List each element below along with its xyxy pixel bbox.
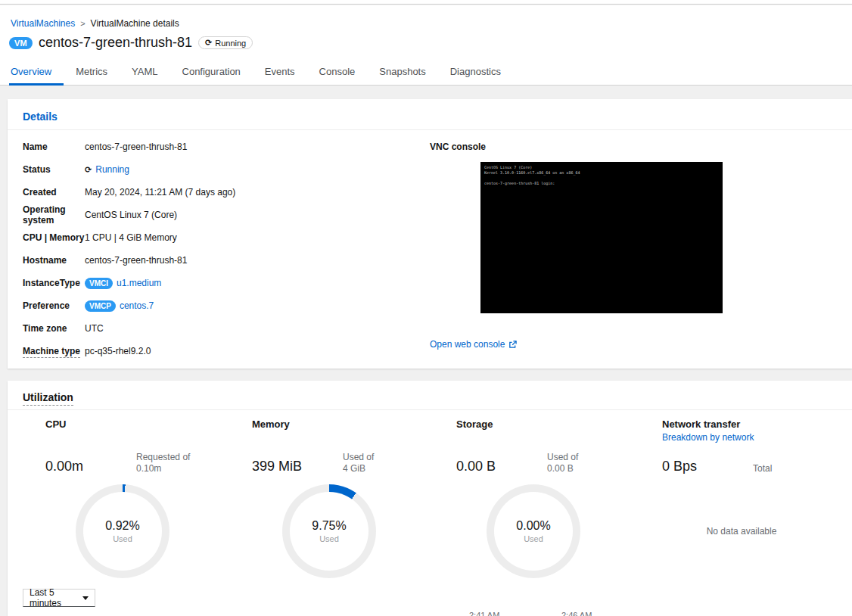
cpu-metric-title: CPU [45, 418, 244, 430]
external-link-icon [508, 341, 517, 349]
storage-utilization: Storage 0.00 B Used of0.00 B 0.00% Used [456, 418, 655, 430]
cpu-sub-values: Requested of0.10m [136, 452, 190, 474]
instancetype-link[interactable]: u1.medium [117, 278, 161, 288]
preference-link[interactable]: centos.7 [120, 300, 154, 311]
vnc-console-label: VNC console [430, 142, 486, 152]
network-utilization: Network transfer Breakdown by network 0 … [662, 418, 852, 443]
divider [8, 409, 852, 410]
cpu-percent-label: 0.92% [105, 519, 139, 533]
status-pill-label: Running [215, 39, 246, 48]
detail-value: centos-7-green-thrush-81 [85, 255, 348, 266]
duration-select[interactable]: Last 5 minutes [23, 589, 95, 607]
storage-donut-chart: 0.00% Used [487, 484, 580, 578]
detail-label: Name [23, 142, 85, 152]
title-row: VM centos-7-green-thrush-81 ⟳ Running [9, 35, 253, 51]
duration-select-value: Last 5 minutes [30, 587, 82, 608]
tab-diagnostics[interactable]: Diagnostics [438, 58, 513, 85]
open-web-console-link[interactable]: Open web console [430, 339, 517, 350]
details-list: Name centos-7-green-thrush-81 Status ⟳ R… [23, 135, 348, 362]
tab-configuration[interactable]: Configuration [170, 58, 253, 85]
memory-percent-label: 9.75% [312, 519, 346, 533]
detail-label: Preference [23, 300, 85, 311]
masthead-edge [0, 0, 852, 5]
tab-metrics[interactable]: Metrics [64, 58, 120, 85]
detail-label: Operating system [23, 204, 85, 226]
detail-row-machine-type: Machine type pc-q35-rhel9.2.0 [23, 340, 348, 362]
memory-metric-title: Memory [252, 418, 450, 430]
console-text-line: Kernel 3.10.0-1160.el7.x86_64 on an x86_… [484, 170, 719, 176]
breakdown-by-network-link[interactable]: Breakdown by network [662, 432, 754, 443]
console-text-line: CentOS Linux 7 (Core) [484, 165, 719, 170]
memory-sub-values: Used of4 GiB [343, 452, 374, 474]
breadcrumb-current: VirtualMachine details [91, 18, 179, 29]
console-text-line [484, 176, 719, 181]
detail-row-preference: Preference VMCP centos.7 [23, 294, 348, 317]
breadcrumb-separator: > [80, 19, 85, 28]
detail-value: May 20, 2024, 11:21 AM (7 days ago) [85, 187, 348, 198]
cpu-donut-chart: 0.92% Used [76, 484, 169, 578]
network-total-label: Total [753, 463, 772, 474]
tab-overview[interactable]: Overview [9, 58, 64, 85]
status-running-link[interactable]: Running [95, 164, 129, 175]
detail-row-timezone: Time zone UTC [23, 317, 348, 340]
detail-label: Status [23, 164, 85, 175]
storage-used-label: Used [524, 534, 543, 543]
utilization-title[interactable]: Utilization [23, 391, 73, 406]
memory-utilization: Memory 399 MiB Used of4 GiB 9.75% Used [252, 418, 450, 430]
detail-row-name: Name centos-7-green-thrush-81 [23, 135, 348, 158]
cpu-used-label: Used [113, 534, 132, 543]
utilization-card: Utilization CPU 0.00m Requested of0.10m … [8, 381, 852, 616]
detail-label: Created [23, 187, 85, 198]
detail-row-created: Created May 20, 2024, 11:21 AM (7 days a… [23, 181, 348, 204]
detail-label: CPU | Memory [23, 232, 85, 243]
sync-icon: ⟳ [205, 38, 212, 48]
time-axis-tick: 2:46 AM [561, 611, 592, 616]
breadcrumb: VirtualMachines > VirtualMachine details [11, 18, 179, 29]
tab-yaml[interactable]: YAML [120, 58, 169, 85]
memory-used-label: Used [319, 534, 339, 543]
status-pill[interactable]: ⟳ Running [198, 36, 253, 49]
tab-console[interactable]: Console [307, 58, 368, 85]
breadcrumb-virtualmachines-link[interactable]: VirtualMachines [11, 18, 75, 29]
storage-metric-title: Storage [456, 418, 655, 430]
details-card: Details Name centos-7-green-thrush-81 St… [8, 99, 852, 369]
time-axis-tick: 2:41 AM [469, 611, 499, 616]
cpu-utilization: CPU 0.00m Requested of0.10m 0.92% Used [45, 418, 244, 430]
tab-bar: Overview Metrics YAML Configuration Even… [0, 58, 852, 86]
preference-badge: VMCP [85, 300, 116, 312]
storage-current-value: 0.00 B [456, 459, 496, 474]
detail-label: Hostname [23, 255, 85, 266]
detail-row-os: Operating system CentOS Linux 7 (Core) [23, 204, 348, 226]
storage-percent-label: 0.00% [516, 519, 550, 533]
detail-row-cpu-memory: CPU | Memory 1 CPU | 4 GiB Memory [23, 226, 348, 249]
console-text-line: centos-7-green-thrush-81 login: [484, 181, 719, 186]
storage-sub-values: Used of0.00 B [547, 452, 578, 474]
details-card-title[interactable]: Details [23, 110, 58, 123]
page-title: centos-7-green-thrush-81 [39, 35, 192, 51]
network-metric-title: Network transfer [662, 418, 852, 430]
vnc-console-thumbnail[interactable]: CentOS Linux 7 (Core) Kernel 3.10.0-1160… [480, 162, 723, 313]
network-current-value: 0 Bps [662, 459, 697, 474]
detail-value: pc-q35-rhel9.2.0 [85, 346, 348, 356]
tab-events[interactable]: Events [253, 58, 307, 85]
detail-row-status: Status ⟳ Running [23, 158, 348, 181]
detail-value: CentOS Linux 7 (Core) [85, 210, 348, 220]
instancetype-badge: VMCI [85, 278, 113, 289]
machine-type-help-trigger[interactable]: Machine type [23, 346, 80, 358]
network-no-data-message: No data available [685, 526, 798, 537]
sync-icon: ⟳ [85, 165, 92, 175]
page-header: VirtualMachines > VirtualMachine details… [0, 5, 852, 86]
memory-current-value: 399 MiB [252, 459, 302, 474]
detail-label: InstanceType [23, 278, 85, 288]
tab-snapshots[interactable]: Snapshots [367, 58, 437, 85]
detail-value: 1 CPU | 4 GiB Memory [85, 232, 348, 243]
detail-row-instancetype: InstanceType VMCI u1.medium [23, 272, 348, 294]
detail-value: UTC [85, 323, 348, 334]
cpu-current-value: 0.00m [45, 459, 83, 474]
detail-label: Time zone [23, 323, 85, 334]
vm-kind-badge: VM [9, 37, 33, 49]
caret-down-icon [82, 596, 89, 600]
detail-row-hostname: Hostname centos-7-green-thrush-81 [23, 249, 348, 272]
open-web-console-label: Open web console [430, 339, 505, 350]
detail-value: centos-7-green-thrush-81 [85, 142, 348, 152]
